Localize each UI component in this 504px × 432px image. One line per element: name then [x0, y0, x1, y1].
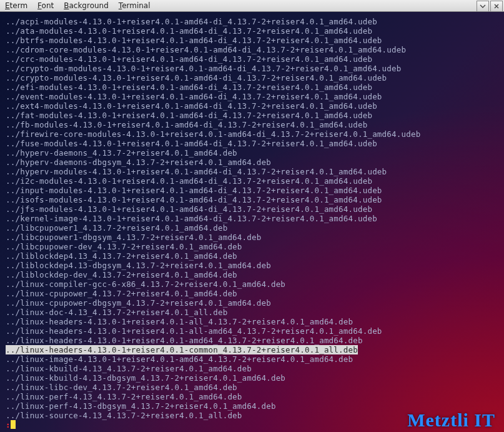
output-line: ../ata-modules-4.13.0-1+reiser4.0.1-amd6…: [6, 26, 500, 36]
cursor: [11, 420, 16, 429]
window-controls: [477, 1, 503, 12]
menubar: Eterm Font Background Terminal: [0, 0, 504, 12]
output-line: ../linux-source-4.13_4.13.7-2+reiser4.0.…: [6, 411, 500, 420]
output-line: ../linux-perf-4.13_4.13.7-2+reiser4.0.1_…: [6, 392, 500, 401]
output-line: ../fat-modules-4.13.0-1+reiser4.0.1-amd6…: [6, 111, 500, 120]
output-line: ../linux-perf-4.13-dbgsym_4.13.7-2+reise…: [6, 401, 500, 411]
output-line: ../event-modules-4.13.0-1+reiser4.0.1-am…: [6, 92, 500, 101]
output-line: ../crypto-modules-4.13.0-1+reiser4.0.1-a…: [6, 73, 500, 83]
output-line: ../linux-doc-4.13_4.13.7-2+reiser4.0.1_a…: [6, 308, 500, 317]
menu-eterm[interactable]: Eterm: [0, 0, 32, 11]
output-line: ../cdrom-core-modules-4.13.0-1+reiser4.0…: [6, 45, 500, 54]
output-line: ../libcpupower1-dbgsym_4.13.7-2+reiser4.…: [6, 233, 500, 242]
output-line: ../fuse-modules-4.13.0-1+reiser4.0.1-amd…: [6, 139, 500, 148]
output-line: ../linux-compiler-gcc-6-x86_4.13.7-2+rei…: [6, 279, 500, 289]
output-line: ../linux-kbuild-4.13-dbgsym_4.13.7-2+rei…: [6, 373, 500, 383]
output-line: ../linux-kbuild-4.13_4.13.7-2+reiser4.0.…: [6, 364, 500, 373]
output-line: ../liblockdep4.13-dbgsym_4.13.7-2+reiser…: [6, 261, 500, 270]
output-line: ../linux-headers-4.13.0-1+reiser4.0.1-al…: [6, 326, 500, 336]
output-line: ../hyperv-modules-4.13.0-1+reiser4.0.1-a…: [6, 167, 500, 176]
output-line: ../linux-libc-dev_4.13.7-2+reiser4.0.1_a…: [6, 383, 500, 392]
output-line: ../efi-modules-4.13.0-1+reiser4.0.1-amd6…: [6, 83, 500, 92]
output-line: ../crypto-dm-modules-4.13.0-1+reiser4.0.…: [6, 64, 500, 73]
chevron-down-icon: [480, 4, 486, 9]
output-line: ../acpi-modules-4.13.0-1+reiser4.0.1-amd…: [6, 17, 500, 26]
menu-background[interactable]: Background: [59, 0, 114, 11]
close-button[interactable]: [490, 1, 503, 12]
output-line: ../liblockdep4.13_4.13.7-2+reiser4.0.1_a…: [6, 251, 500, 261]
output-line: ../hyperv-daemons_4.13.7-2+reiser4.0.1_a…: [6, 148, 500, 158]
output-line: ../input-modules-4.13.0-1+reiser4.0.1-am…: [6, 186, 500, 195]
output-line: ../liblockdep-dev_4.13.7-2+reiser4.0.1_a…: [6, 270, 500, 279]
output-line: ../linux-headers-4.13.0-1+reiser4.0.1-am…: [6, 336, 500, 345]
menu-terminal[interactable]: Terminal: [114, 0, 156, 11]
output-line: ../linux-headers-4.13.0-1+reiser4.0.1-al…: [6, 317, 500, 326]
output-line: ../jfs-modules-4.13.0-1+reiser4.0.1-amd6…: [6, 204, 500, 214]
output-line: ../linux-headers-4.13.0-1+reiser4.0.1-co…: [6, 345, 500, 354]
prompt: :: [6, 420, 11, 429]
terminal-area[interactable]: ../acpi-modules-4.13.0-1+reiser4.0.1-amd…: [0, 12, 504, 432]
close-icon: [493, 3, 500, 9]
output-line: ../linux-cpupower-dbgsym_4.13.7-2+reiser…: [6, 298, 500, 308]
output-line: ../isofs-modules-4.13.0-1+reiser4.0.1-am…: [6, 195, 500, 204]
terminal-output: ../acpi-modules-4.13.0-1+reiser4.0.1-amd…: [6, 17, 500, 420]
output-line: ../linux-cpupower_4.13.7-2+reiser4.0.1_a…: [6, 289, 500, 298]
output-line: ../libcpupower-dev_4.13.7-2+reiser4.0.1_…: [6, 242, 500, 251]
output-line: ../crc-modules-4.13.0-1+reiser4.0.1-amd6…: [6, 54, 500, 64]
output-line: ../fb-modules-4.13.0-1+reiser4.0.1-amd64…: [6, 120, 500, 129]
menu-font[interactable]: Font: [32, 0, 59, 11]
output-line: ../ext4-modules-4.13.0-1+reiser4.0.1-amd…: [6, 101, 500, 111]
output-line: ../firewire-core-modules-4.13.0-1+reiser…: [6, 129, 500, 139]
shade-button[interactable]: [477, 1, 489, 12]
output-line: ../i2c-modules-4.13.0-1+reiser4.0.1-amd6…: [6, 176, 500, 186]
output-line: ../linux-image-4.13.0-1+reiser4.0.1-amd6…: [6, 354, 500, 364]
prompt-row: :: [6, 420, 16, 429]
output-line: ../libcpupower1_4.13.7-2+reiser4.0.1_amd…: [6, 223, 500, 233]
output-line: ../hyperv-daemons-dbgsym_4.13.7-2+reiser…: [6, 158, 500, 167]
output-line: ../btrfs-modules-4.13.0-1+reiser4.0.1-am…: [6, 36, 500, 45]
output-line: ../kernel-image-4.13.0-1+reiser4.0.1-amd…: [6, 214, 500, 223]
